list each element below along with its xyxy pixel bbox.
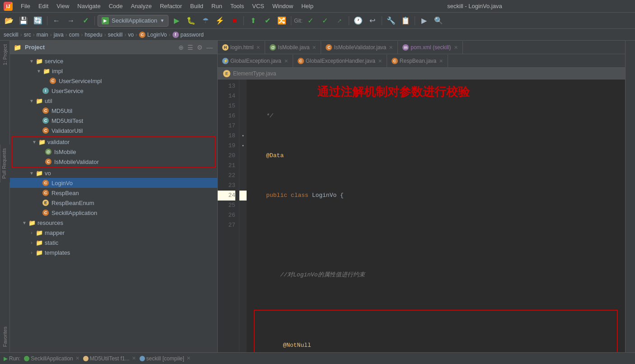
tree-item-util[interactable]: ▼ 📁 util	[10, 96, 217, 106]
tree-item-templates[interactable]: › 📁 templates	[10, 247, 217, 257]
menu-tools[interactable]: Tools	[227, 2, 247, 10]
settings-btn[interactable]: 🔧	[385, 14, 397, 27]
forward-btn[interactable]: →	[65, 14, 77, 27]
tab-close-btn[interactable]: ✕	[439, 58, 443, 64]
tree-item-respbean[interactable]: C RespBean	[10, 188, 217, 198]
favorites-strip[interactable]: Favorites	[0, 323, 10, 350]
debug-btn[interactable]: 🐛	[185, 14, 197, 27]
vcs-commit-btn[interactable]: ✔	[261, 14, 274, 27]
menu-edit[interactable]: Edit	[35, 2, 52, 10]
menu-window[interactable]: Window	[269, 2, 297, 10]
tree-item-validatorutil[interactable]: C ValidatorUtil	[10, 126, 217, 135]
bc-main[interactable]: main	[37, 32, 48, 38]
tree-item-md5util[interactable]: C MD5Util	[10, 106, 217, 116]
tab-globalexception[interactable]: ⚡ GlobalException.java ✕	[218, 55, 293, 67]
line-numbers: 13 14 15 16 17 18 19 20 21 22 23 24 25 2…	[218, 79, 239, 352]
tree-item-md5utiltest[interactable]: C MD5UtilTest	[10, 116, 217, 126]
tab-close-btn[interactable]: ✕	[389, 45, 393, 51]
minimize-icon[interactable]: —	[205, 43, 214, 52]
open-folder-btn[interactable]: 📂	[3, 14, 15, 27]
tree-item-vo[interactable]: ▼ 📁 vo	[10, 168, 217, 178]
close-icon[interactable]: ✕	[75, 355, 79, 361]
run-indicator[interactable]: ▶ Run:	[4, 355, 20, 362]
menu-file[interactable]: File	[17, 2, 34, 10]
elementtype-file-icon: E	[223, 70, 230, 77]
bc-src[interactable]: src	[24, 32, 31, 38]
tree-item-ismobile[interactable]: @ IsMobile	[13, 147, 215, 157]
bc-java[interactable]: java	[54, 32, 64, 38]
stop-btn[interactable]: ■	[228, 14, 241, 27]
tab-close-btn[interactable]: ✕	[378, 58, 382, 64]
tree-item-seckillapplication[interactable]: C SeckillApplication	[10, 208, 217, 218]
git-pull-btn[interactable]: ✓	[319, 14, 332, 27]
tree-item-respbeanenum[interactable]: E RespBeanEnum	[10, 198, 217, 208]
tree-item-ismobilevalidator[interactable]: C IsMobileValidator	[13, 157, 215, 167]
bc-hspedu[interactable]: hspedu	[84, 32, 102, 38]
tree-item-resources[interactable]: ▼ 📁 resources	[10, 218, 217, 228]
sync-btn[interactable]: 🔄	[32, 14, 44, 27]
menu-help[interactable]: Help	[298, 2, 317, 10]
tab-ismobilevalidator[interactable]: C IsMobileValidator.java ✕	[321, 41, 398, 54]
menu-navigate[interactable]: Navigate	[74, 2, 104, 10]
bc-password[interactable]: password	[181, 32, 204, 38]
git-fetch-btn[interactable]: ✓	[304, 14, 317, 27]
menu-code[interactable]: Code	[105, 2, 126, 10]
settings-tree-icon[interactable]: ☰	[187, 43, 194, 52]
tab-close-btn[interactable]: ✕	[284, 58, 288, 64]
gear-icon[interactable]: ⚙	[196, 43, 204, 52]
vcs-update-btn[interactable]: ⬆	[247, 14, 259, 27]
pull-requests-strip[interactable]: Pull Requests	[0, 145, 10, 182]
app1-indicator[interactable]: SeckillApplication ✕	[24, 355, 79, 362]
tree-item-impl[interactable]: ▼ 📁 impl	[10, 66, 217, 76]
rollback-btn[interactable]: ↩	[366, 14, 379, 27]
undo-btn[interactable]: ✓	[79, 14, 92, 27]
run-btn[interactable]: ▶	[170, 14, 183, 27]
history-btn[interactable]: 🕐	[352, 14, 364, 27]
search-everywhere-btn[interactable]: 🔍	[432, 14, 445, 27]
bc-seckill[interactable]: seckill	[4, 32, 19, 38]
tab-close-btn[interactable]: ✕	[312, 45, 316, 51]
menu-build[interactable]: Build	[187, 2, 207, 10]
git-branch-btn[interactable]: ↑	[331, 12, 349, 30]
vcs-push-btn[interactable]: 🔀	[275, 14, 288, 27]
tree-item-userserviceimpl[interactable]: C UserServiceImpl	[10, 76, 217, 86]
tab-close-btn[interactable]: ✕	[454, 45, 458, 51]
tab-login-html[interactable]: H login.html ✕	[218, 41, 265, 54]
tree-item-validator[interactable]: ▼ 📁 validator	[13, 137, 215, 147]
tree-item-userservice[interactable]: I UserService	[10, 86, 217, 96]
close-icon[interactable]: ✕	[187, 355, 191, 361]
tab-respbean[interactable]: C RespBean.java ✕	[387, 55, 448, 67]
menu-refactor[interactable]: Refactor	[156, 2, 186, 10]
run-config-selector[interactable]: ▶ SeckillApplication ▼	[98, 15, 168, 27]
code-editor[interactable]: */ @Data public class LoginVo { //对Login…	[247, 79, 625, 352]
tree-item-mapper[interactable]: › 📁 mapper	[10, 228, 217, 238]
tab-pomxml[interactable]: m pom.xml (seckill) ✕	[398, 41, 462, 54]
code-line-17: //对LoginVo的属性值进行约束	[252, 270, 620, 280]
menu-vcs[interactable]: VCS	[248, 2, 268, 10]
tree-item-service[interactable]: ▼ 📁 service	[10, 56, 217, 66]
project-strip-label[interactable]: 1: Project	[1, 42, 9, 67]
tab-globalexceptionhandler[interactable]: C GlobalExceptionHandler.java ✕	[293, 55, 387, 67]
menu-view[interactable]: View	[53, 2, 73, 10]
tree-label: ValidatorUtil	[51, 127, 83, 134]
bc-loginvo[interactable]: LoginVo	[147, 32, 167, 38]
menu-run[interactable]: Run	[208, 2, 226, 10]
tab-close-btn[interactable]: ✕	[256, 45, 260, 51]
back-btn[interactable]: ←	[50, 14, 63, 27]
close-icon[interactable]: ✕	[132, 355, 136, 361]
tree-item-static[interactable]: › 📁 static	[10, 238, 217, 247]
bc-seckill2[interactable]: seckill	[108, 32, 123, 38]
profile-btn[interactable]: ⚡	[214, 14, 226, 27]
tree-item-loginvo[interactable]: C LoginVo	[10, 178, 217, 188]
bc-com[interactable]: com	[69, 32, 79, 38]
tab-ismobile[interactable]: @ IsMobile.java ✕	[265, 41, 321, 54]
app2-indicator[interactable]: MD5UtilTest f1... ✕	[83, 355, 136, 362]
bc-vo[interactable]: vo	[128, 32, 134, 38]
app3-indicator[interactable]: seckill [compile] ✕	[140, 355, 191, 362]
save-btn[interactable]: 💾	[17, 14, 30, 27]
add-icon[interactable]: ⊕	[177, 43, 185, 52]
vcs-history-btn[interactable]: 📋	[399, 14, 412, 27]
coverage-btn[interactable]: ☂	[199, 14, 212, 27]
terminal-btn[interactable]: ▶	[418, 14, 430, 27]
menu-analyze[interactable]: Analyze	[127, 2, 155, 10]
